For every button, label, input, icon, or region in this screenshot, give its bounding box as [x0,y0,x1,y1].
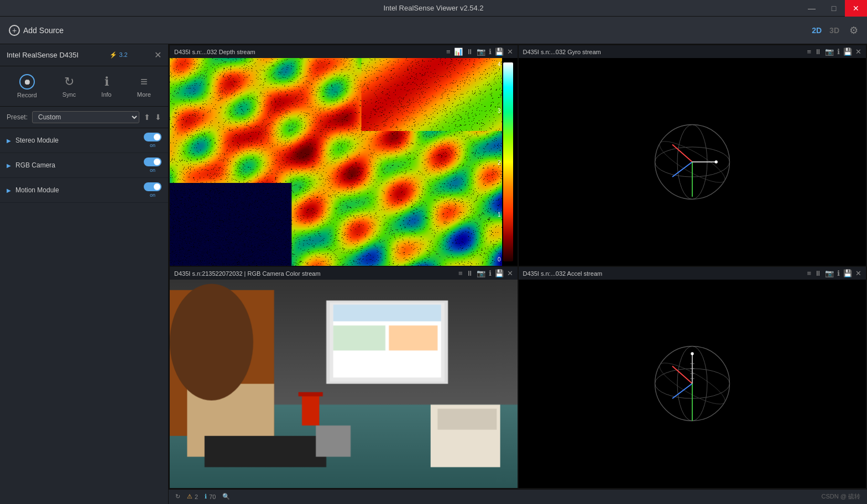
rgb-list-icon[interactable]: ≡ [458,269,463,277]
rgb-camera-toggle[interactable]: on [144,158,161,173]
gyro-pause-icon[interactable]: ⏸ [814,48,822,56]
motion-arrow-icon: ▶ [7,187,11,193]
download-preset-icon[interactable]: ⬇ [155,113,161,122]
depth-chart-icon[interactable]: 📊 [454,48,463,56]
record-icon: ⏺ [19,74,35,90]
info-status: ℹ 70 [205,493,216,500]
svg-line-14 [672,384,692,398]
warning-icon: ⚠ [187,493,192,500]
preset-label: Preset: [7,113,28,121]
preset-select[interactable]: Custom Default High Accuracy High Densit… [32,111,139,123]
rgb-arrow-icon: ▶ [7,162,11,169]
depth-stream-header: D435I s.n:...032 Depth stream ≡ 📊 ⏸ 📷 ℹ … [170,45,518,58]
accel-list-icon[interactable]: ≡ [807,269,811,277]
accel-pause-icon[interactable]: ⏸ [814,269,822,277]
depth-scale-3: 3 [498,108,501,114]
rgb-camera-name: RGB Camera [15,161,144,169]
stereo-module-toggle[interactable]: on [144,133,161,148]
refresh-status[interactable]: ↻ [175,493,180,500]
rgb-pause-icon[interactable]: ⏸ [466,269,473,277]
search-icon: 🔍 [222,493,230,500]
gyro-list-icon[interactable]: ≡ [807,48,811,56]
device-name: Intel RealSense D435I [7,51,79,59]
sync-label: Sync [62,91,76,98]
accel-save-icon[interactable]: 💾 [843,269,852,277]
depth-stream-content: 4 3 2 1 0 [170,58,518,266]
stereo-arrow-icon: ▶ [7,138,11,144]
rgb-camera-icon[interactable]: 📷 [477,269,485,277]
depth-close-icon[interactable]: ✕ [507,48,513,56]
minimize-button[interactable]: — [801,0,823,17]
more-button[interactable]: ≡ More [132,72,156,100]
motion-module-row[interactable]: ▶ Motion Module on [0,178,168,203]
rgb-camera-row[interactable]: ▶ RGB Camera on [0,153,168,178]
accel-stream-content [519,280,866,487]
gyro-camera-icon[interactable]: 📷 [825,48,834,56]
depth-info-icon[interactable]: ℹ [489,48,492,56]
depth-scale-max: 4 [498,61,501,67]
rgb-stream-content [170,280,518,487]
upload-preset-icon[interactable]: ⬆ [144,113,150,122]
maximize-button[interactable]: □ [823,0,845,17]
depth-save-icon[interactable]: 💾 [495,48,504,56]
more-label: More [137,91,151,98]
view-3d-button[interactable]: 3D [829,26,839,35]
accel-stream-title: D435I s.n:...032 Accel stream [523,270,804,277]
depth-list-icon[interactable]: ≡ [446,48,451,56]
accel-info-icon[interactable]: ℹ [837,269,840,277]
gyro-stream-content [519,58,866,266]
gyro-stream-panel: D435I s.n:...032 Gyro stream ≡ ⏸ 📷 ℹ 💾 ✕ [519,45,866,266]
depth-scale-2: 2 [498,160,501,166]
gyro-close-icon[interactable]: ✕ [855,48,861,56]
svg-point-17 [691,353,693,355]
settings-icon[interactable]: ⚙ [849,24,858,36]
accel-camera-icon[interactable]: 📷 [825,269,834,277]
gyro-info-icon[interactable]: ℹ [837,48,840,56]
stereo-module-row[interactable]: ▶ Stereo Module on [0,128,168,153]
more-icon: ≡ [140,75,148,89]
depth-pause-icon[interactable]: ⏸ [466,48,473,56]
record-label: Record [17,92,36,98]
depth-scale-1: 1 [498,212,501,218]
motion-module-toggle[interactable]: on [144,182,161,198]
usb-info: ⚡ 3.2 [109,51,127,59]
warning-count: 2 [195,494,198,500]
accel-close-icon[interactable]: ✕ [855,269,861,277]
close-button[interactable]: ✕ [845,0,867,17]
depth-scale-0: 0 [498,256,501,262]
sidebar-close-button[interactable]: ✕ [154,50,161,60]
record-button[interactable]: ⏺ Record [12,72,42,101]
plus-icon: + [9,25,20,36]
sync-icon: ↻ [64,75,74,89]
status-bar: ↻ ⚠ 2 ℹ 70 🔍 CSDN @ 硫转 [169,489,867,504]
stereo-module-name: Stereo Module [15,136,144,144]
info-label: Info [101,91,111,98]
rgb-info-icon[interactable]: ℹ [489,269,492,277]
rgb-stream-title: D435I s.n:213522072032 | RGB Camera Colo… [174,270,455,277]
depth-stream-title: D435I s.n:...032 Depth stream [174,49,443,55]
search-status[interactable]: 🔍 [222,493,230,500]
depth-camera-icon[interactable]: 📷 [477,48,485,56]
rgb-close-icon[interactable]: ✕ [507,269,513,277]
rgb-stream-header: D435I s.n:213522072032 | RGB Camera Colo… [170,267,518,280]
accel-sphere [643,334,742,433]
gyro-stream-title: D435I s.n:...032 Gyro stream [523,49,804,55]
sync-button[interactable]: ↻ Sync [57,72,81,100]
info-count: 70 [209,494,216,500]
gyro-save-icon[interactable]: 💾 [843,48,852,56]
info-button[interactable]: ℹ Info [96,72,117,100]
accel-stream-header: D435I s.n:...032 Accel stream ≡ ⏸ 📷 ℹ 💾 … [519,267,866,280]
warning-status: ⚠ 2 [187,493,198,500]
rgb-save-icon[interactable]: 💾 [495,269,504,277]
add-source-label: Add Source [23,26,64,35]
info-status-icon: ℹ [205,493,207,500]
depth-stream-panel: D435I s.n:...032 Depth stream ≡ 📊 ⏸ 📷 ℹ … [170,45,518,266]
view-2d-button[interactable]: 2D [812,26,822,35]
app-title: Intel RealSense Viewer v2.54.2 [383,4,483,12]
gyro-stream-header: D435I s.n:...032 Gyro stream ≡ ⏸ 📷 ℹ 💾 ✕ [519,45,866,58]
gyro-sphere [643,112,742,212]
svg-point-8 [714,160,717,163]
info-icon: ℹ [105,75,109,89]
rgb-stream-panel: D435I s.n:213522072032 | RGB Camera Colo… [170,267,518,487]
add-source-button[interactable]: + Add Source [9,25,64,36]
